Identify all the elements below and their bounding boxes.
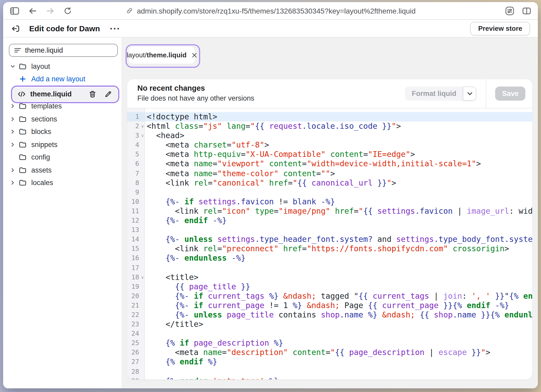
code-line[interactable]: </title> (147, 320, 532, 329)
sidebar-item-blocks[interactable]: blocks (6, 125, 118, 138)
format-options-dropdown[interactable] (463, 87, 477, 101)
code-line[interactable]: {%- if settings.favicon != blank -%} (147, 197, 532, 206)
gutter-line[interactable]: 14 (127, 235, 144, 244)
gutter-line[interactable]: 5 (127, 150, 144, 159)
gutter-line[interactable]: 23 (127, 320, 144, 329)
code-line[interactable]: <link rel="canonical" href="{{ canonical… (147, 178, 532, 187)
code-line[interactable]: {%- unless page_title contains shop.name… (147, 310, 532, 320)
code-line[interactable]: <title> (147, 272, 532, 282)
editor-gutter[interactable]: 12∨3∨456789101112131415161718∨1920212223… (127, 108, 145, 379)
code-line[interactable]: {{ page_title }} (147, 282, 532, 291)
sidebar-item-config[interactable]: config (6, 151, 118, 164)
code-line[interactable] (147, 367, 532, 376)
gutter-line[interactable]: 16 (127, 254, 144, 263)
close-icon[interactable] (192, 52, 197, 58)
gutter-line[interactable]: 20 (127, 291, 144, 301)
gutter-line[interactable]: 28 (127, 367, 144, 376)
gutter-line[interactable]: 17 (127, 263, 144, 272)
code-line[interactable]: <link rel="preconnect" href="https://fon… (147, 244, 532, 254)
gutter-line[interactable]: 12 (127, 216, 144, 225)
gutter-line[interactable]: 18∨ (127, 272, 144, 282)
editor-code[interactable]: <!doctype html><html class="js" lang="{{… (145, 108, 532, 379)
format-liquid-label[interactable]: Format liquid (405, 87, 463, 101)
sidebar-item-sections[interactable]: sections (6, 113, 118, 125)
code-line[interactable]: {%- if current_tags %} &ndash; tagged "{… (147, 291, 532, 301)
page-settings-icon[interactable] (505, 6, 514, 15)
file-search[interactable] (9, 44, 118, 57)
gutter-line[interactable]: 22 (127, 310, 144, 320)
code-line[interactable]: {% if page_description %} (147, 339, 532, 348)
sidebar-item-locales[interactable]: locales (6, 176, 118, 189)
chevron-right-icon[interactable] (9, 116, 16, 122)
tab-theme-liquid[interactable]: layout/theme.liquid (129, 46, 195, 64)
gutter-line[interactable]: 10 (127, 197, 144, 206)
fold-arrow-icon[interactable]: ∨ (141, 131, 144, 140)
gutter-line[interactable]: 29 (127, 376, 144, 379)
gutter-line[interactable]: 1 (127, 112, 144, 121)
code-line[interactable]: <meta name="theme-color" content=""> (147, 169, 532, 178)
more-menu-icon[interactable] (110, 27, 119, 29)
gutter-line[interactable]: 25 (127, 339, 144, 348)
sidebar-item-assets[interactable]: assets (6, 164, 118, 176)
gutter-line[interactable]: 3∨ (127, 131, 144, 140)
code-line[interactable]: <meta charset="utf-8"> (147, 140, 532, 150)
gutter-line[interactable]: 7 (127, 169, 144, 178)
gutter-line[interactable]: 4 (127, 140, 144, 150)
code-line[interactable]: <!doctype html> (145, 112, 532, 121)
code-line[interactable]: {%- if current_page != 1 %} &ndash; Page… (147, 301, 532, 310)
sidebar-item-theme-liquid[interactable]: theme.liquid (13, 88, 117, 101)
code-line[interactable]: {% render 'meta-tags' %} (147, 376, 532, 379)
exit-icon[interactable] (11, 24, 20, 33)
code-line[interactable] (147, 188, 532, 197)
chevron-right-icon[interactable] (9, 167, 16, 173)
sidebar-toggle-icon[interactable] (10, 7, 19, 15)
gutter-line[interactable]: 24 (127, 329, 144, 338)
add-layout-button[interactable]: Add a new layout (6, 73, 118, 85)
sidebar-item-layout[interactable]: layout (6, 60, 118, 73)
delete-file-button[interactable] (88, 90, 96, 98)
fold-arrow-icon[interactable]: ∨ (141, 122, 144, 130)
chevron-down-icon[interactable] (9, 64, 16, 69)
split-view-icon[interactable] (522, 7, 531, 15)
code-line[interactable] (147, 225, 532, 235)
gutter-line[interactable]: 15 (127, 244, 144, 254)
code-line[interactable]: <meta name="description" content="{{ pag… (147, 348, 532, 357)
code-line[interactable] (147, 263, 532, 272)
code-line[interactable]: {%- unless settings.type_header_font.sys… (147, 235, 532, 244)
gutter-line[interactable]: 2∨ (127, 121, 144, 131)
fold-arrow-icon[interactable]: ∨ (141, 273, 144, 281)
chevron-right-icon[interactable] (9, 180, 16, 186)
gutter-line[interactable]: 11 (127, 206, 144, 216)
code-line[interactable]: <meta name="viewport" content="width=dev… (147, 159, 532, 169)
gutter-line[interactable]: 21 (127, 301, 144, 310)
code-line[interactable]: <html class="js" lang="{{ request.locale… (147, 121, 532, 131)
preview-store-button[interactable]: Preview store (470, 22, 530, 35)
url-bar[interactable]: admin.shopify.com/store/rzq1xu-f5/themes… (125, 7, 416, 15)
code-line[interactable]: {% endif %} (147, 357, 532, 367)
gutter-line[interactable]: 27 (127, 357, 144, 367)
back-icon[interactable] (28, 7, 37, 14)
gutter-line[interactable]: 13 (127, 225, 144, 235)
chevron-right-icon[interactable] (9, 103, 16, 109)
code-line[interactable]: <link rel="icon" type="image/png" href="… (147, 206, 532, 216)
rename-file-button[interactable] (104, 90, 112, 98)
code-line[interactable]: <head> (147, 131, 532, 140)
sidebar-item-templates[interactable]: templates (6, 100, 118, 113)
search-input[interactable] (25, 46, 112, 54)
code-line[interactable] (147, 329, 532, 338)
code-line[interactable]: <meta http-equiv="X-UA-Compatible" conte… (147, 150, 532, 159)
sidebar-item-snippets[interactable]: snippets (6, 138, 118, 151)
gutter-line[interactable]: 9 (127, 188, 144, 197)
forward-icon[interactable] (46, 7, 55, 14)
reload-icon[interactable] (64, 7, 72, 15)
gutter-line[interactable]: 26 (127, 348, 144, 357)
chevron-right-icon[interactable] (9, 142, 16, 148)
gutter-line[interactable]: 8 (127, 178, 144, 187)
gutter-line[interactable]: 6 (127, 159, 144, 169)
save-button[interactable]: Save (495, 87, 525, 101)
chevron-right-icon[interactable] (9, 129, 16, 135)
code-line[interactable]: {%- endif -%} (147, 216, 532, 225)
code-editor[interactable]: 12∨3∨456789101112131415161718∨1920212223… (127, 108, 532, 379)
code-line[interactable]: {%- endunless -%} (147, 254, 532, 263)
gutter-line[interactable]: 19 (127, 282, 144, 291)
